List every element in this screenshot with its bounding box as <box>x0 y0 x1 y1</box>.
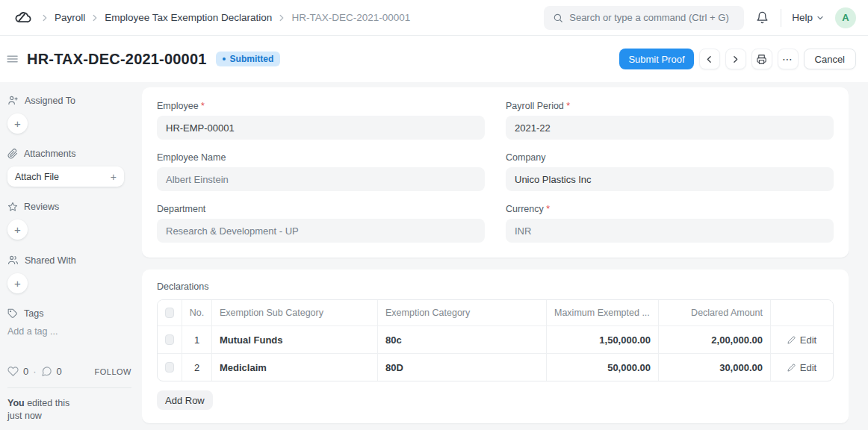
declared-amount-cell[interactable]: 2,00,000.00 <box>659 326 771 353</box>
col-actions <box>771 300 833 325</box>
likes-count[interactable]: 0 <box>23 366 28 377</box>
search-placeholder: Search or type a command (Ctrl + G) <box>569 12 729 23</box>
ellipsis-icon: ⋯ <box>782 54 793 64</box>
app-window: Payroll Employee Tax Exemption Declarati… <box>0 0 868 430</box>
edit-label: Edit <box>800 334 816 346</box>
breadcrumb-item-doctype[interactable]: Employee Tax Exemption Declaration <box>105 12 272 23</box>
add-assignment-button[interactable]: + <box>7 113 28 134</box>
notifications-bell-icon[interactable] <box>754 10 770 25</box>
category-cell[interactable]: 80c <box>378 326 547 353</box>
currency-label: Currency <box>506 204 544 214</box>
employee-name-field: Employee Name Albert Einstein <box>157 152 485 191</box>
breadcrumb: Payroll Employee Tax Exemption Declarati… <box>13 8 410 27</box>
table-row: 2 Mediclaim 80D 50,000.00 30,000.00 Edit <box>158 353 833 381</box>
page-actions: Submit Proof ⋯ Cancel <box>619 49 856 69</box>
row-checkbox[interactable] <box>165 362 174 373</box>
category-cell[interactable]: 80D <box>378 354 547 381</box>
chevron-down-icon <box>816 13 825 22</box>
declarations-table: No. Exemption Sub Category Exemption Cat… <box>157 299 834 381</box>
row-checkbox[interactable] <box>165 334 174 345</box>
col-exemption-sub-category[interactable]: Exemption Sub Category <box>212 300 378 325</box>
comment-icon[interactable] <box>41 366 52 377</box>
user-avatar[interactable]: A <box>835 7 856 28</box>
col-no: No. <box>182 300 212 325</box>
company-input[interactable]: Unico Plastics Inc <box>506 167 834 191</box>
cancel-button[interactable]: Cancel <box>804 49 856 69</box>
breadcrumb-item-payroll[interactable]: Payroll <box>55 12 85 23</box>
last-edited-info: You edited this just now <box>7 397 131 423</box>
help-menu[interactable]: Help <box>792 12 825 23</box>
breadcrumb-chevron-icon <box>40 13 50 23</box>
social-row: 0 · 0 FOLLOW <box>7 366 131 377</box>
assign-user-icon <box>7 95 19 106</box>
details-card: Employee * HR-EMP-00001 Payroll Period *… <box>142 87 849 258</box>
search-icon <box>553 13 563 23</box>
employee-label: Employee <box>157 101 199 111</box>
col-exemption-category[interactable]: Exemption Category <box>378 300 547 325</box>
help-label: Help <box>792 12 813 23</box>
edit-row-button[interactable]: Edit <box>787 334 816 346</box>
col-maximum-exempted[interactable]: Maximum Exempted ... <box>547 300 659 325</box>
department-field: Department Research & Development - UP <box>157 204 485 243</box>
heart-icon[interactable] <box>7 366 19 377</box>
edit-row-button[interactable]: Edit <box>787 362 816 373</box>
breadcrumb-chevron-icon <box>90 13 100 23</box>
attachments-section: Attachments Attach File + <box>7 149 131 187</box>
submit-proof-button[interactable]: Submit Proof <box>619 49 693 69</box>
sidebar-toggle-icon[interactable] <box>3 49 22 69</box>
pencil-icon <box>787 336 796 344</box>
company-label: Company <box>506 152 834 163</box>
sub-category-cell[interactable]: Mediclaim <box>212 354 378 381</box>
navbar-divider <box>781 9 781 27</box>
employee-input[interactable]: HR-EMP-00001 <box>157 116 485 140</box>
follow-button[interactable]: FOLLOW <box>95 367 131 376</box>
declarations-card: Declarations No. Exemption Sub Category … <box>142 269 849 423</box>
max-exempted-cell[interactable]: 1,50,000.00 <box>547 326 659 353</box>
required-marker: * <box>201 101 205 111</box>
payroll-period-input[interactable]: 2021-22 <box>506 116 834 140</box>
comments-count[interactable]: 0 <box>57 366 62 377</box>
breadcrumb-chevron-icon <box>276 13 287 23</box>
app-logo-icon[interactable] <box>13 8 32 27</box>
top-navbar: Payroll Employee Tax Exemption Declarati… <box>0 0 868 36</box>
next-document-button[interactable] <box>725 49 746 69</box>
attach-file-button[interactable]: Attach File + <box>7 166 124 187</box>
add-tag-input[interactable]: Add a tag ... <box>7 326 131 337</box>
col-declared-amount[interactable]: Declared Amount <box>659 300 771 325</box>
employee-name-label: Employee Name <box>157 152 485 163</box>
tag-icon <box>7 308 18 319</box>
users-icon <box>7 255 19 266</box>
tags-section: Tags Add a tag ... <box>7 308 131 337</box>
select-all-checkbox[interactable] <box>165 308 174 318</box>
form-main: Employee * HR-EMP-00001 Payroll Period *… <box>142 87 849 430</box>
payroll-period-field: Payroll Period * 2021-22 <box>506 101 834 140</box>
status-badge: Submitted <box>216 52 281 66</box>
row-number: 1 <box>182 326 212 353</box>
global-search-input[interactable]: Search or type a command (Ctrl + G) <box>544 6 744 30</box>
page-title: HR-TAX-DEC-2021-00001 <box>27 51 207 68</box>
required-marker: * <box>546 204 550 214</box>
department-input[interactable]: Research & Development - UP <box>157 219 485 243</box>
edited-action: edited this <box>27 398 69 408</box>
add-row-button[interactable]: Add Row <box>157 390 213 410</box>
edited-time: just now <box>7 411 42 421</box>
declarations-section-label: Declarations <box>157 281 834 292</box>
add-share-button[interactable]: + <box>7 273 28 293</box>
tags-label: Tags <box>24 308 43 319</box>
sidebar-footer: 0 · 0 FOLLOW You edited this just now <box>7 366 131 423</box>
add-review-button[interactable]: + <box>7 219 28 240</box>
print-button[interactable] <box>751 49 772 69</box>
employee-name-input[interactable]: Albert Einstein <box>157 167 485 191</box>
star-icon <box>7 202 18 212</box>
table-header-row: No. Exemption Sub Category Exemption Cat… <box>158 300 833 325</box>
currency-input[interactable]: INR <box>506 219 834 243</box>
menu-ellipsis-button[interactable]: ⋯ <box>778 49 799 69</box>
previous-document-button[interactable] <box>699 49 720 69</box>
declared-amount-cell[interactable]: 30,000.00 <box>659 354 771 381</box>
department-label: Department <box>157 204 485 214</box>
sub-category-cell[interactable]: Mutual Funds <box>212 326 378 353</box>
table-row: 1 Mutual Funds 80c 1,50,000.00 2,00,000.… <box>158 325 833 353</box>
assigned-to-section: Assigned To + <box>7 95 131 134</box>
max-exempted-cell[interactable]: 50,000.00 <box>547 354 659 381</box>
attach-file-label: Attach File <box>15 172 59 182</box>
